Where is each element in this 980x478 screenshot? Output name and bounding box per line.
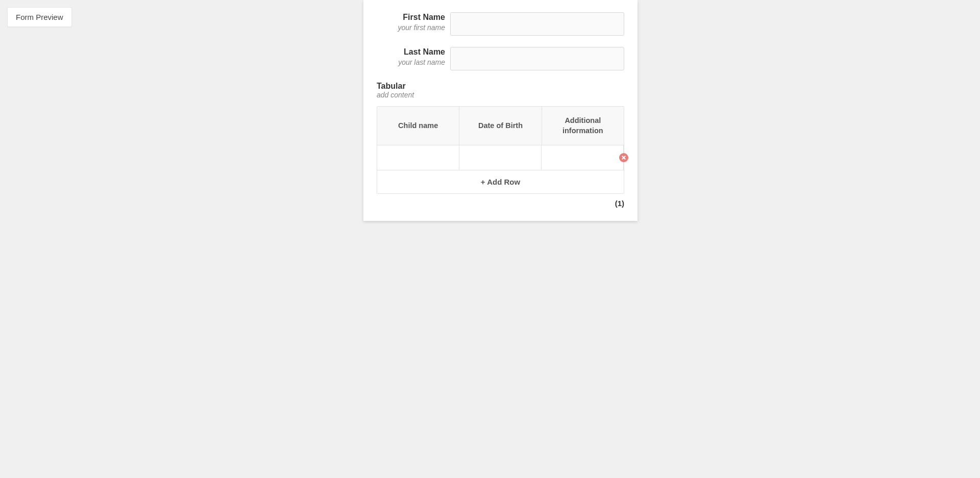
first-name-row: First Name your first name (377, 12, 624, 36)
last-name-input[interactable] (450, 47, 624, 70)
column-header-date-of-birth: Date of Birth (459, 107, 542, 145)
add-row-label: + Add Row (481, 178, 520, 186)
form-card: First Name your first name Last Name you… (363, 0, 638, 221)
close-icon (622, 156, 626, 160)
tabular-title: Tabular (377, 82, 624, 91)
first-name-label-col: First Name your first name (377, 12, 450, 36)
form-preview-tag: Form Preview (7, 7, 72, 27)
add-row-button[interactable]: + Add Row (377, 170, 624, 193)
last-name-label-col: Last Name your last name (377, 47, 450, 70)
column-header-child-name: Child name (377, 107, 459, 145)
tabular-table: Child name Date of Birth Additional info… (377, 106, 624, 194)
cell-date-of-birth[interactable] (459, 145, 542, 170)
last-name-hint: your last name (377, 58, 445, 67)
last-name-input-col (450, 47, 624, 70)
last-name-row: Last Name your last name (377, 47, 624, 70)
row-count: (1) (377, 199, 624, 208)
tabular-header: Child name Date of Birth Additional info… (377, 107, 624, 145)
cell-additional-info[interactable] (542, 145, 624, 170)
tabular-hint: add content (377, 91, 624, 99)
cell-child-name[interactable] (377, 145, 459, 170)
last-name-label: Last Name (377, 47, 445, 58)
column-header-additional-info: Additional information (542, 107, 624, 145)
first-name-input[interactable] (450, 12, 624, 36)
first-name-input-col (450, 12, 624, 36)
form-preview-label: Form Preview (16, 13, 63, 21)
table-row (377, 145, 624, 170)
delete-row-button[interactable] (619, 153, 628, 162)
first-name-label: First Name (377, 12, 445, 23)
first-name-hint: your first name (377, 23, 445, 32)
